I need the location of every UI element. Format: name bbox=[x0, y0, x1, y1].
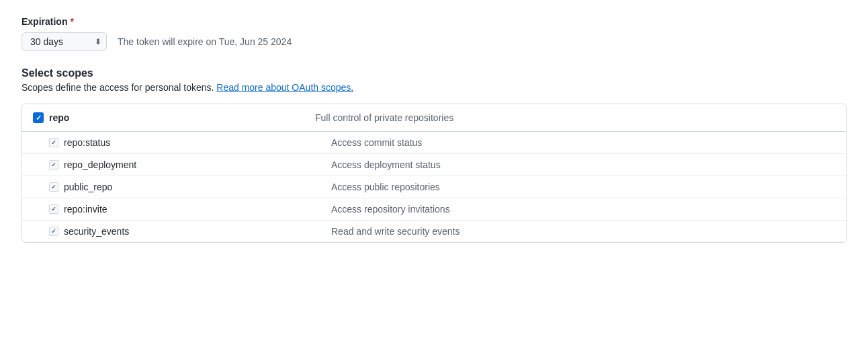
scope-desc-public-repo: Access public repositories bbox=[331, 182, 440, 192]
expiration-label: Expiration * bbox=[21, 16, 847, 27]
scope-left-security-events: ✓ security_events bbox=[49, 226, 331, 237]
checkmark-icon: ✓ bbox=[51, 206, 56, 213]
checkmark-icon: ✓ bbox=[51, 184, 56, 190]
checkbox-repo-status[interactable]: ✓ bbox=[49, 138, 58, 147]
scope-desc-security-events: Read and write security events bbox=[331, 226, 460, 237]
scope-name-repo-deployment: repo_deployment bbox=[64, 159, 136, 170]
scopes-box: ✓ repo Full control of private repositor… bbox=[21, 104, 847, 243]
scope-desc-repo-deployment: Access deployment status bbox=[331, 159, 441, 170]
scope-name-repo: repo bbox=[49, 112, 69, 123]
checkmark-icon: ✓ bbox=[51, 139, 56, 146]
scope-row-repo: ✓ repo Full control of private repositor… bbox=[22, 104, 846, 132]
checkbox-repo[interactable]: ✓ bbox=[33, 112, 44, 123]
scope-row-security-events: ✓ security_events Read and write securit… bbox=[22, 221, 846, 242]
scope-left-repo-invite: ✓ repo:invite bbox=[49, 204, 331, 215]
checkmark-icon: ✓ bbox=[36, 114, 42, 122]
scope-left-repo-deployment: ✓ repo_deployment bbox=[49, 159, 331, 170]
expiration-hint: The token will expire on Tue, Jun 25 202… bbox=[118, 36, 292, 47]
checkbox-repo-deployment[interactable]: ✓ bbox=[49, 160, 58, 169]
oauth-scopes-link[interactable]: Read more about OAuth scopes. bbox=[216, 82, 353, 93]
scope-desc-repo-status: Access commit status bbox=[331, 137, 422, 148]
scope-desc-repo-invite: Access repository invitations bbox=[331, 204, 450, 215]
scopes-section: Select scopes Scopes define the access f… bbox=[21, 67, 847, 243]
scope-row-public-repo: ✓ public_repo Access public repositories bbox=[22, 176, 846, 198]
scopes-description: Scopes define the access for personal to… bbox=[21, 82, 847, 93]
scopes-description-text: Scopes define the access for personal to… bbox=[21, 82, 214, 93]
scope-left-repo: ✓ repo bbox=[33, 112, 315, 123]
scope-name-repo-status: repo:status bbox=[64, 137, 110, 148]
scope-row-repo-status: ✓ repo:status Access commit status bbox=[22, 132, 846, 154]
scope-name-security-events: security_events bbox=[64, 226, 129, 237]
scope-row-repo-invite: ✓ repo:invite Access repository invitati… bbox=[22, 198, 846, 221]
scope-name-public-repo: public_repo bbox=[64, 182, 112, 192]
checkbox-security-events[interactable]: ✓ bbox=[49, 227, 58, 236]
checkbox-public-repo[interactable]: ✓ bbox=[49, 182, 58, 192]
checkmark-icon: ✓ bbox=[51, 228, 56, 235]
checkmark-icon: ✓ bbox=[51, 161, 56, 168]
required-star: * bbox=[70, 16, 73, 27]
expiration-section: Expiration * 30 days 7 days 60 days 90 d… bbox=[21, 16, 847, 51]
checkbox-repo-invite[interactable]: ✓ bbox=[49, 204, 58, 214]
scope-left-repo-status: ✓ repo:status bbox=[49, 137, 331, 148]
expiration-label-text: Expiration bbox=[21, 16, 67, 27]
scopes-title: Select scopes bbox=[21, 67, 847, 79]
expiration-row: 30 days 7 days 60 days 90 days Custom No… bbox=[21, 32, 847, 51]
expiration-select[interactable]: 30 days 7 days 60 days 90 days Custom No… bbox=[21, 32, 107, 51]
scope-left-public-repo: ✓ public_repo bbox=[49, 182, 331, 192]
scope-name-repo-invite: repo:invite bbox=[64, 204, 107, 215]
scope-desc-repo: Full control of private repositories bbox=[315, 112, 453, 123]
scope-row-repo-deployment: ✓ repo_deployment Access deployment stat… bbox=[22, 154, 846, 176]
expiration-select-wrapper: 30 days 7 days 60 days 90 days Custom No… bbox=[21, 32, 107, 51]
